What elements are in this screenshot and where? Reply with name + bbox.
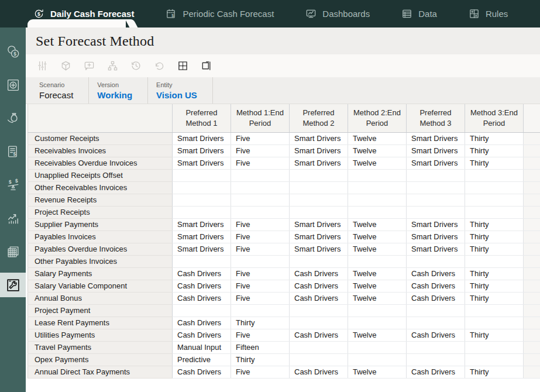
- sidebar-item-target-add[interactable]: [0, 68, 26, 102]
- grid-cell[interactable]: Twelve: [348, 231, 407, 243]
- grid-cell[interactable]: Twelve: [348, 280, 407, 292]
- grid-cell[interactable]: Thirty: [465, 329, 524, 341]
- grid-cell[interactable]: Thirty: [465, 280, 524, 292]
- grid-cell[interactable]: Cash Drivers: [173, 329, 231, 341]
- grid-cell[interactable]: Smart Drivers: [407, 218, 465, 231]
- grid-cell[interactable]: [348, 181, 407, 194]
- grid-cell[interactable]: [231, 194, 290, 206]
- grid-cell[interactable]: Five: [231, 366, 290, 378]
- grid-cell[interactable]: Fifteen: [231, 341, 290, 353]
- grid-cell[interactable]: [173, 181, 231, 194]
- grid-cell[interactable]: Twelve: [348, 157, 407, 169]
- grid-cell[interactable]: [407, 206, 465, 218]
- pov-member-link[interactable]: Forecast: [39, 90, 73, 100]
- grid-cell[interactable]: Five: [231, 145, 290, 157]
- nav-tab-reports[interactable]: Reports: [524, 0, 540, 27]
- grid-cell[interactable]: Thirty: [465, 292, 524, 304]
- grid-cell[interactable]: Five: [231, 218, 290, 231]
- grid-cell[interactable]: [173, 194, 231, 206]
- grid-cell[interactable]: [465, 304, 524, 317]
- grid-cell[interactable]: [348, 317, 407, 329]
- grid-cell[interactable]: [290, 341, 348, 353]
- grid-cell[interactable]: Five: [231, 292, 290, 304]
- grid-cell[interactable]: Cash Drivers: [173, 292, 231, 304]
- grid-cell[interactable]: Smart Drivers: [173, 243, 231, 255]
- grid-cell[interactable]: Smart Drivers: [407, 231, 465, 243]
- grid-cell[interactable]: [231, 206, 290, 218]
- grid-cell[interactable]: Smart Drivers: [173, 132, 231, 145]
- grid-cell[interactable]: Thirty: [465, 132, 524, 145]
- grid-cell[interactable]: [407, 341, 465, 353]
- nav-tab-rules[interactable]: Rules: [453, 0, 524, 27]
- grid-cell[interactable]: Smart Drivers: [407, 145, 465, 157]
- grid-format-button[interactable]: [177, 60, 188, 71]
- grid-cell[interactable]: [465, 206, 524, 218]
- grid-cell[interactable]: [231, 304, 290, 317]
- grid-cell[interactable]: Predictive: [173, 353, 231, 366]
- grid-cell[interactable]: Smart Drivers: [407, 157, 465, 169]
- grid-cell[interactable]: Cash Drivers: [407, 267, 465, 280]
- grid-cell[interactable]: [407, 194, 465, 206]
- sidebar-item-growth-chart[interactable]: [0, 202, 26, 235]
- grid-cell[interactable]: Smart Drivers: [407, 243, 465, 255]
- grid-cell[interactable]: Twelve: [348, 329, 407, 341]
- grid-cell[interactable]: [407, 169, 465, 181]
- grid-cell[interactable]: Cash Drivers: [290, 280, 348, 292]
- grid-cell[interactable]: [290, 255, 348, 267]
- grid-cell[interactable]: [173, 304, 231, 317]
- sliders-button[interactable]: [37, 60, 48, 71]
- pov-member-link[interactable]: Working: [97, 90, 132, 100]
- grid-cell[interactable]: Smart Drivers: [173, 231, 231, 243]
- grid-cell[interactable]: [290, 353, 348, 366]
- grid-cell[interactable]: Smart Drivers: [290, 132, 348, 145]
- grid-cell[interactable]: [465, 169, 524, 181]
- grid-cell[interactable]: [407, 255, 465, 267]
- grid-cell[interactable]: [465, 181, 524, 194]
- sidebar-item-data-sheets[interactable]: [0, 235, 26, 269]
- grid-cell[interactable]: [465, 341, 524, 353]
- grid-cell[interactable]: [407, 181, 465, 194]
- grid-cell[interactable]: [290, 181, 348, 194]
- grid-cell[interactable]: Smart Drivers: [407, 132, 465, 145]
- grid-cell[interactable]: Five: [231, 280, 290, 292]
- grid-cell[interactable]: Cash Drivers: [173, 280, 231, 292]
- grid-cell[interactable]: Thirty: [465, 157, 524, 169]
- grid-cell[interactable]: Twelve: [348, 292, 407, 304]
- nav-tab-dashboards[interactable]: Dashboards: [290, 0, 386, 27]
- grid-cell[interactable]: Thirty: [465, 218, 524, 231]
- grid-cell[interactable]: [348, 169, 407, 181]
- grid-cell[interactable]: [407, 304, 465, 317]
- grid-cell[interactable]: Cash Drivers: [290, 292, 348, 304]
- sidebar-item-cash-hand[interactable]: [0, 102, 26, 135]
- grid-cell[interactable]: [407, 317, 465, 329]
- grid-cell[interactable]: [173, 169, 231, 181]
- sidebar-item-balance-scale[interactable]: $$: [0, 169, 26, 202]
- grid-cell[interactable]: [348, 304, 407, 317]
- grid-cell[interactable]: Cash Drivers: [290, 366, 348, 378]
- grid-cell[interactable]: [348, 341, 407, 353]
- grid-cell[interactable]: Smart Drivers: [173, 145, 231, 157]
- grid-cell[interactable]: Smart Drivers: [290, 145, 348, 157]
- grid-cell[interactable]: Twelve: [348, 132, 407, 145]
- undo-button[interactable]: [154, 60, 165, 71]
- nav-tab-periodic-cash-forecast[interactable]: $ Periodic Cash Forecast: [150, 0, 290, 27]
- window-layout-button[interactable]: [201, 60, 212, 71]
- nav-tab-data[interactable]: Data: [386, 0, 453, 27]
- grid-cell[interactable]: Cash Drivers: [407, 366, 465, 378]
- sidebar-item-wrench-settings[interactable]: [0, 273, 26, 297]
- grid-cell[interactable]: Cash Drivers: [407, 280, 465, 292]
- grid-cell[interactable]: Thirty: [465, 366, 524, 378]
- grid-cell[interactable]: [290, 194, 348, 206]
- grid-cell[interactable]: Smart Drivers: [173, 218, 231, 231]
- grid-cell[interactable]: [290, 206, 348, 218]
- grid-cell[interactable]: Five: [231, 132, 290, 145]
- grid-cell[interactable]: [290, 317, 348, 329]
- grid-cell[interactable]: Twelve: [348, 267, 407, 280]
- grid-cell[interactable]: [465, 194, 524, 206]
- grid-cell[interactable]: Smart Drivers: [290, 218, 348, 231]
- grid-cell[interactable]: [231, 181, 290, 194]
- grid-cell[interactable]: Smart Drivers: [290, 243, 348, 255]
- grid-cell[interactable]: [465, 353, 524, 366]
- grid-cell[interactable]: [348, 255, 407, 267]
- grid-cell[interactable]: [407, 353, 465, 366]
